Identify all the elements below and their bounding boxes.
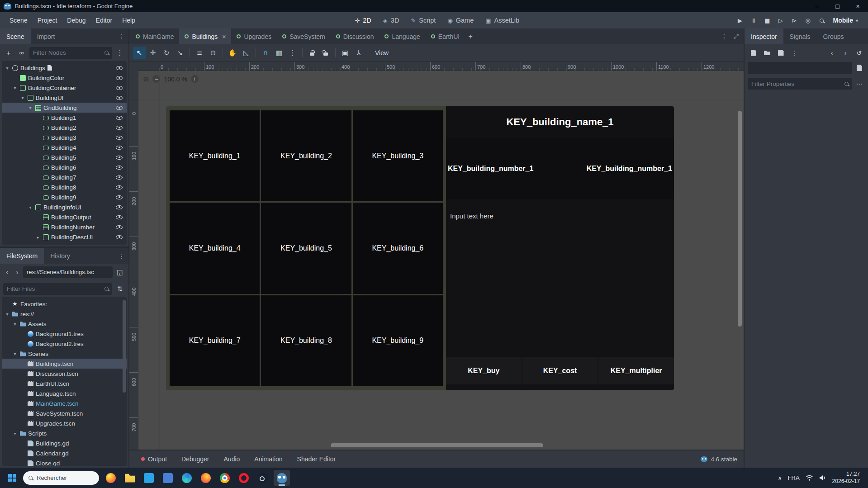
- scene-tab[interactable]: SaveSystem ×: [277, 28, 331, 44]
- scene-tab[interactable]: Language ×: [379, 28, 425, 44]
- add-scene-tab-button[interactable]: +: [465, 31, 476, 42]
- language-indicator[interactable]: FRA: [788, 474, 800, 481]
- visibility-eye-icon[interactable]: [116, 116, 123, 120]
- expander-icon[interactable]: ▾: [12, 85, 18, 90]
- canvas[interactable]: KEY_building_1 KEY_building_2 KEY_buildi…: [138, 71, 744, 450]
- dock-menu-icon[interactable]: ⋮: [115, 252, 128, 260]
- visibility-eye-icon[interactable]: [116, 166, 123, 170]
- building-cell[interactable]: KEY_building_1: [170, 110, 260, 201]
- building-cell[interactable]: KEY_building_3: [353, 110, 443, 201]
- bottom-panel-tab[interactable]: Output: [136, 453, 172, 465]
- open-docs-button[interactable]: [854, 62, 865, 73]
- vertical-ruler[interactable]: 0100200300400500600700: [129, 71, 138, 450]
- scene-tree-row[interactable]: ▾ BuildingInfoUI: [2, 202, 127, 212]
- filter-properties-input[interactable]: [748, 78, 852, 90]
- wifi-icon[interactable]: [806, 475, 813, 481]
- pan-tool[interactable]: ✋: [226, 47, 239, 59]
- scene-tree-row[interactable]: ▾ GridBuilding: [2, 103, 127, 113]
- inspector-dock-tab[interactable]: Inspector: [745, 28, 783, 44]
- tray-chevron-up-icon[interactable]: ∧: [778, 475, 782, 481]
- group-button[interactable]: ▣: [339, 47, 351, 59]
- scene-tab[interactable]: Buildings ×: [179, 28, 231, 44]
- scene-tree-row[interactable]: Building1: [2, 113, 127, 123]
- split-mode-toggle-icon[interactable]: ◱: [114, 267, 125, 278]
- store-icon[interactable]: [141, 470, 157, 486]
- workspace-script-button[interactable]: ✎ Script: [406, 15, 440, 26]
- edge-icon[interactable]: [179, 470, 195, 486]
- path-field[interactable]: [27, 269, 109, 275]
- forward-button[interactable]: ›: [13, 268, 21, 276]
- building-cell[interactable]: KEY_building_6: [353, 203, 443, 294]
- chrome-icon[interactable]: [217, 470, 233, 486]
- scene-tree-row[interactable]: ▸ BuildingDescUI: [2, 232, 127, 242]
- movie-maker-button[interactable]: ◎: [802, 14, 814, 26]
- view-menu-button[interactable]: View: [370, 47, 393, 58]
- zoom-in-button[interactable]: +: [191, 75, 199, 83]
- calculator-icon[interactable]: [160, 470, 176, 486]
- vertical-scrollbar[interactable]: [738, 111, 742, 327]
- scene-tab[interactable]: Discussion ×: [331, 28, 379, 44]
- filter-nodes-input[interactable]: [29, 47, 112, 59]
- browser-icon[interactable]: [198, 470, 214, 486]
- zoom-out-button[interactable]: −: [152, 75, 160, 83]
- building-cell[interactable]: KEY_building_8: [261, 295, 351, 386]
- visibility-eye-icon[interactable]: [116, 156, 123, 160]
- scene-tree-row[interactable]: BuildingNumber: [2, 222, 127, 232]
- lock-button[interactable]: [306, 47, 318, 59]
- visibility-eye-icon[interactable]: [116, 136, 123, 140]
- visibility-eye-icon[interactable]: [116, 126, 123, 130]
- building-action-button[interactable]: KEY_multiplier: [598, 357, 674, 384]
- load-resource-button[interactable]: [762, 47, 773, 58]
- skeleton-options-menu[interactable]: ⅄: [352, 47, 365, 59]
- opera-icon[interactable]: [236, 470, 252, 486]
- center-view-icon[interactable]: ⊕: [143, 75, 149, 83]
- expander-icon[interactable]: ▾: [12, 431, 18, 436]
- play-button[interactable]: ▶: [734, 14, 746, 26]
- inspector-dock-tab[interactable]: Signals: [783, 28, 817, 44]
- building-cell[interactable]: KEY_building_7: [170, 295, 260, 386]
- expander-icon[interactable]: ▾: [28, 205, 33, 210]
- filter-properties-field[interactable]: [751, 81, 844, 87]
- game-embed-options-button[interactable]: [816, 14, 828, 26]
- scene-tree-row[interactable]: Building4: [2, 142, 127, 152]
- minimize-button[interactable]: –: [807, 0, 827, 12]
- filesystem-scrollbar[interactable]: [123, 300, 126, 393]
- scene-tree-row[interactable]: Building8: [2, 182, 127, 192]
- menu-item[interactable]: Debug: [62, 14, 90, 26]
- scene-tree-row[interactable]: Building5: [2, 152, 127, 162]
- filesystem-row[interactable]: Buildings.gd: [2, 438, 127, 448]
- expander-icon[interactable]: ▾: [5, 312, 10, 317]
- history-back-button[interactable]: ‹: [826, 47, 837, 58]
- scene-tree-row[interactable]: Building6: [2, 162, 127, 172]
- filter-files-field[interactable]: [7, 285, 104, 292]
- pause-button[interactable]: Ⅱ: [748, 14, 760, 26]
- visibility-eye-icon[interactable]: [116, 86, 123, 90]
- script-icon[interactable]: [47, 65, 52, 71]
- building-cell[interactable]: KEY_building_4: [170, 203, 260, 294]
- scene-tree-row[interactable]: ▾ BuildingContainer: [2, 83, 127, 93]
- filesystem-row[interactable]: ▾ Scripts: [2, 428, 127, 438]
- bottom-panel-tab[interactable]: Animation: [249, 453, 288, 465]
- visibility-eye-icon[interactable]: [116, 96, 123, 100]
- filesystem-row[interactable]: Language.tscn: [2, 389, 127, 398]
- visibility-eye-icon[interactable]: [116, 205, 123, 209]
- horizontal-ruler[interactable]: 0100200300400500600700800900100011001200: [138, 62, 744, 71]
- version-button[interactable]: 4.6.stable: [701, 456, 737, 463]
- scene-tree-menu-icon[interactable]: ⋮: [114, 47, 125, 58]
- move-tool[interactable]: ✛: [147, 47, 159, 59]
- pivot-tool[interactable]: ⊙: [207, 47, 219, 59]
- play-scene-button[interactable]: ▷: [775, 14, 787, 26]
- filter-nodes-field[interactable]: [33, 49, 104, 56]
- scale-tool[interactable]: ↘: [174, 47, 186, 59]
- inspector-dock-tab[interactable]: Groups: [817, 28, 850, 44]
- firefox-icon[interactable]: [103, 470, 119, 486]
- expander-icon[interactable]: ▾: [28, 105, 33, 110]
- building-desc-line-edit[interactable]: Input text here: [446, 199, 674, 233]
- dock-menu-icon[interactable]: ⋮: [115, 33, 128, 40]
- filesystem-row[interactable]: EarthUI.tscn: [2, 379, 127, 389]
- clock[interactable]: 17:27 2026-02-17: [832, 471, 860, 485]
- tab-list-menu-icon[interactable]: ⋮: [719, 32, 729, 42]
- filesystem-row[interactable]: Upgrades.tscn: [2, 418, 127, 428]
- steam-icon[interactable]: [255, 470, 271, 486]
- volume-icon[interactable]: [819, 475, 826, 481]
